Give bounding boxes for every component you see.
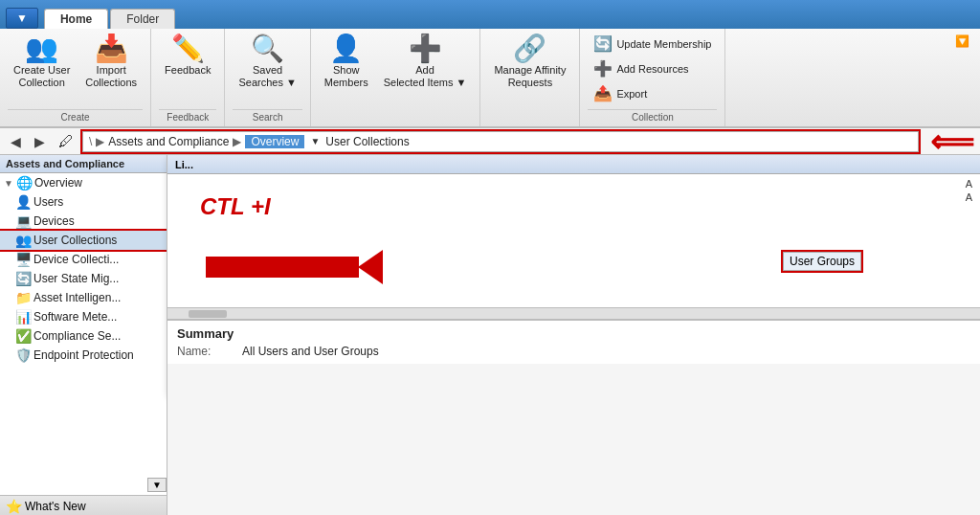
ribbon-group-affinity: 🔗 Manage AffinityRequests x (480, 29, 580, 126)
compliance-settings-icon: ✅ (15, 328, 31, 344)
summary-row: Name: All Users and User Groups (177, 345, 970, 358)
add-selected-items-button[interactable]: ➕ AddSelected Items ▼ (378, 33, 473, 92)
whats-new-label: What's New (25, 500, 86, 513)
user-groups-container: User Groups (779, 250, 865, 273)
tree-item-asset-intelligence[interactable]: 📁 Asset Intelligen... (0, 288, 167, 307)
tree-item-compliance-settings[interactable]: ✅ Compliance Se... (0, 326, 167, 346)
create-user-collection-icon: 👥 (25, 35, 58, 62)
app-menu-button[interactable]: ▼ (6, 8, 38, 29)
manage-affinity-icon: 🔗 (513, 35, 546, 62)
collection-group-label: Collection (588, 109, 717, 123)
arrow-annotation: ⟸ (930, 126, 974, 157)
asset-intelligence-label: Asset Intelligen... (33, 291, 121, 304)
tree-item-user-state-migration[interactable]: 🔄 User State Mig... (0, 269, 167, 288)
software-metering-icon: 📊 (15, 309, 31, 325)
feedback-group-items: ✏️ Feedback (159, 33, 216, 107)
horizontal-scrollbar[interactable] (167, 308, 980, 320)
path-user-collections[interactable]: User Collections (325, 135, 409, 148)
feedback-button[interactable]: ✏️ Feedback (159, 33, 216, 79)
scroll-down-arrow[interactable]: ▼ (147, 478, 167, 492)
software-metering-label: Software Mete... (33, 310, 117, 324)
feedback-label: Feedback (165, 64, 211, 77)
whats-new-icon: ⭐ (6, 499, 21, 514)
show-members-button[interactable]: 👤 ShowMembers (319, 33, 374, 92)
add-resources-label: Add Resources (616, 63, 688, 75)
summary-name-label: Name: (177, 345, 234, 358)
scrollbar-thumb[interactable] (189, 310, 227, 318)
address-icon-button[interactable]: 🖊 (54, 131, 78, 152)
tree-bottom-whats-new[interactable]: ⭐ What's New (0, 495, 167, 515)
add-resources-button[interactable]: ➕ Add Resources (588, 57, 717, 79)
path-sep-1: \ (89, 135, 92, 148)
export-button[interactable]: 📤 Export (588, 82, 717, 104)
tree-item-endpoint-protection[interactable]: 🛡️ Endpoint Protection (0, 346, 167, 365)
import-collections-label: ImportCollections (85, 64, 137, 89)
expand-icon-overview: ▼ (4, 178, 13, 189)
path-sep-2: ▶ (96, 135, 104, 148)
right-column-headers: A A (966, 178, 972, 203)
path-assets-compliance[interactable]: Assets and Compliance (108, 135, 229, 148)
right-table-area: CTL +I A A (167, 174, 980, 239)
search-group-label: Search (233, 109, 301, 123)
tab-folder[interactable]: Folder (110, 9, 175, 29)
tree-item-overview[interactable]: ▼ 🌐 Overview (0, 173, 167, 192)
update-membership-label: Update Membership (616, 38, 711, 50)
compliance-settings-label: Compliance Se... (33, 329, 121, 343)
red-arrow-area (206, 250, 383, 284)
main-content: Assets and Compliance ▼ 🌐 Overview 👤 Use… (0, 155, 980, 515)
tree-panel: Assets and Compliance ▼ 🌐 Overview 👤 Use… (0, 155, 167, 515)
tree-item-device-collections[interactable]: 🖥️ Device Collecti... (0, 250, 167, 269)
affinity-group-items: 🔗 Manage AffinityRequests (488, 33, 571, 107)
ribbon-group-show: 👤 ShowMembers ➕ AddSelected Items ▼ x (311, 29, 481, 126)
forward-button[interactable]: ▶ (30, 132, 50, 151)
create-group-items: 👥 Create UserCollection 📥 ImportCollecti… (8, 33, 143, 107)
device-collections-icon: 🖥️ (15, 252, 31, 267)
manage-affinity-label: Manage AffinityRequests (494, 64, 566, 89)
path-overview[interactable]: Overview (245, 135, 304, 148)
create-user-collection-button[interactable]: 👥 Create UserCollection (8, 33, 76, 92)
user-state-migration-label: User State Mig... (33, 272, 119, 285)
search-group-items: 🔍 SavedSearches ▼ (233, 33, 301, 107)
ribbon-group-search: 🔍 SavedSearches ▼ Search (225, 29, 310, 126)
add-selected-items-label: AddSelected Items ▼ (384, 64, 467, 89)
feedback-icon: ✏️ (171, 35, 205, 62)
ribbon-group-feedback: ✏️ Feedback Feedback (151, 29, 225, 126)
devices-icon: 💻 (15, 213, 31, 229)
ribbon-group-create: 👥 Create UserCollection 📥 ImportCollecti… (0, 29, 151, 126)
import-collections-button[interactable]: 📥 ImportCollections (79, 33, 143, 92)
users-icon: 👤 (15, 194, 31, 210)
user-state-migration-icon: 🔄 (15, 271, 31, 286)
tree-panel-header: Assets and Compliance (0, 155, 167, 173)
overview-label: Overview (34, 176, 82, 190)
tree-item-software-metering[interactable]: 📊 Software Mete... (0, 307, 167, 326)
path-dropdown-button[interactable]: ▼ (308, 136, 322, 146)
ribbon: 👥 Create UserCollection 📥 ImportCollecti… (0, 29, 980, 128)
asset-intelligence-icon: 📁 (15, 290, 31, 305)
user-collections-icon: 👥 (15, 233, 31, 248)
path-arrow-1: ▶ (233, 135, 241, 148)
users-label: Users (33, 195, 63, 209)
summary-name-value: All Users and User Groups (242, 345, 379, 358)
tab-home[interactable]: Home (44, 9, 108, 29)
saved-searches-button[interactable]: 🔍 SavedSearches ▼ (233, 33, 301, 92)
ribbon-minimize-button[interactable]: 🔽 (950, 33, 974, 50)
export-label: Export (616, 88, 647, 100)
tree-item-user-collections[interactable]: 👥 User Collections (0, 231, 167, 250)
address-path[interactable]: \ ▶ Assets and Compliance ▶ Overview ▼ U… (82, 131, 919, 152)
tree-item-users[interactable]: 👤 Users (0, 192, 167, 212)
back-button[interactable]: ◀ (6, 132, 26, 151)
saved-searches-icon: 🔍 (251, 35, 284, 62)
show-members-icon: 👤 (329, 35, 363, 62)
right-panel: Li... CTL +I A A User Groups (167, 155, 980, 515)
saved-searches-label: SavedSearches ▼ (238, 64, 296, 89)
user-groups-label: User Groups (783, 252, 861, 271)
summary-section: Summary Name: All Users and User Groups (167, 320, 980, 364)
tree-item-devices[interactable]: 💻 Devices (0, 212, 167, 231)
right-table-header: Li... (167, 155, 980, 174)
manage-affinity-button[interactable]: 🔗 Manage AffinityRequests (488, 33, 571, 92)
endpoint-protection-icon: 🛡️ (15, 347, 31, 363)
create-user-collection-label: Create UserCollection (13, 64, 70, 89)
col-a1: A (966, 178, 972, 190)
li-column-header: Li... (175, 159, 193, 170)
update-membership-button[interactable]: 🔄 Update Membership (588, 33, 717, 55)
